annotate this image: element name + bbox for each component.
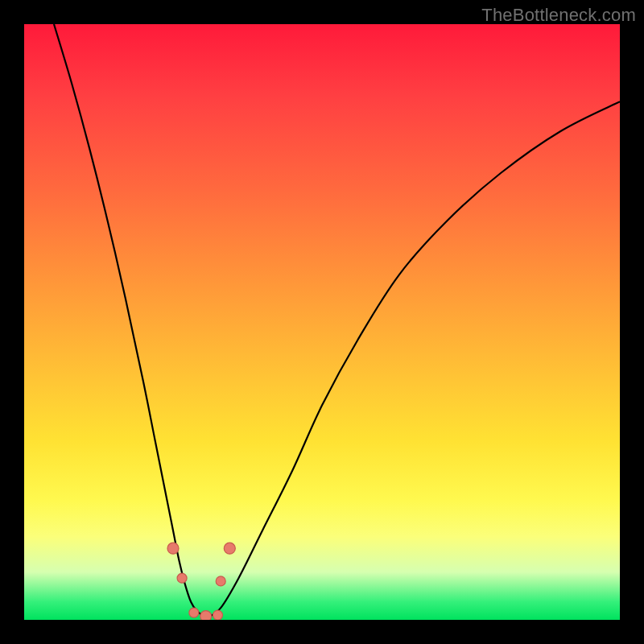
curve-left-branch: [54, 24, 208, 617]
data-marker-left-lower: [177, 573, 187, 583]
data-marker-right-lower: [216, 576, 225, 586]
plot-area: [24, 24, 620, 620]
curve-overlay: [24, 24, 620, 620]
data-marker-trough-a: [189, 608, 199, 617]
curve-right-branch: [208, 101, 620, 617]
data-marker-trough-b: [200, 611, 212, 620]
data-marker-trough-c: [213, 610, 223, 620]
data-marker-left-upper: [167, 543, 179, 554]
chart-stage: TheBottleneck.com: [0, 0, 644, 644]
data-marker-right-upper: [224, 543, 235, 554]
watermark-text: TheBottleneck.com: [481, 5, 636, 26]
